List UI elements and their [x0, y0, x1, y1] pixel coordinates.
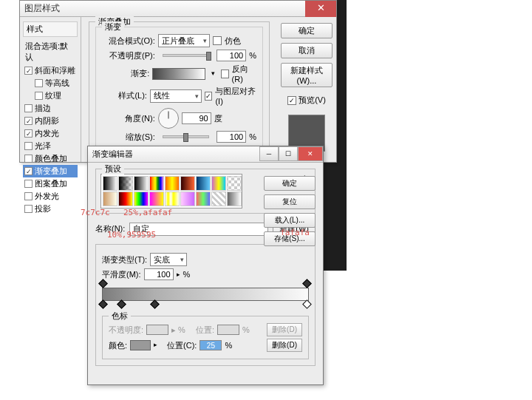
align-label: 与图层对齐(I) — [215, 86, 256, 106]
close-button[interactable]: ✕ — [298, 146, 323, 161]
smooth-value[interactable]: 100 — [144, 268, 174, 280]
ge-reset-button[interactable]: 复位 — [264, 194, 316, 209]
cancel-button[interactable]: 取消 — [281, 43, 332, 58]
dlg1-close-button[interactable]: ✕ — [305, 1, 336, 17]
smooth-label: 平滑度(M): — [102, 269, 141, 280]
stop-pos1-value — [217, 325, 239, 335]
stops-controls: 色标 不透明度: ▸ % 位置: % 删除(D) 颜色: 位置(C): 25% … — [102, 316, 309, 359]
preset-swatch[interactable] — [227, 176, 242, 191]
reverse-checkbox[interactable] — [221, 70, 229, 78]
blend-mode-label: 混合模式(O): — [102, 35, 155, 47]
reverse-label: 反向(R) — [232, 64, 256, 84]
style-select[interactable]: 线性 — [150, 89, 202, 103]
preset-swatch[interactable] — [211, 176, 226, 191]
effects-list: 样式 混合选项:默认 ✓斜面和浮雕 等高线 纹理 描边 ✓内阴影 ✓内发光 光泽… — [20, 17, 81, 162]
opacity-stop-left[interactable] — [100, 280, 107, 289]
new-style-button[interactable]: 新建样式(W)... — [281, 63, 332, 87]
effect-patternoverlay[interactable]: 图案叠加 — [23, 177, 78, 190]
color-stop-25[interactable] — [151, 301, 159, 310]
styles-header[interactable]: 样式 — [23, 21, 78, 37]
gtype-select[interactable]: 实底 — [150, 253, 187, 266]
preset-swatch[interactable] — [103, 176, 117, 191]
effect-texture[interactable]: 纹理 — [23, 89, 78, 102]
ge-ok-button[interactable]: 确定 — [264, 176, 316, 191]
color-stop-100[interactable] — [304, 301, 311, 310]
effect-gradientoverlay[interactable]: ✓渐变叠加 — [23, 165, 78, 177]
opacity-label: 不透明度(P): — [102, 50, 155, 61]
stop-color-label: 颜色: — [109, 340, 127, 351]
color-stop-0[interactable] — [100, 301, 107, 310]
preset-swatch[interactable] — [165, 191, 180, 206]
preset-swatch[interactable] — [134, 191, 149, 206]
preset-swatch[interactable] — [118, 191, 133, 206]
effect-coloroverlay[interactable]: 颜色叠加 — [23, 152, 78, 165]
stops-label: 色标 — [109, 311, 131, 322]
minimize-button[interactable]: ─ — [259, 146, 279, 161]
preset-swatch[interactable] — [227, 191, 242, 206]
annot-fa: fafafa — [280, 228, 310, 237]
blend-mode-select[interactable]: 正片叠底 — [158, 34, 210, 47]
scale-slider[interactable] — [163, 135, 210, 138]
annot-25: 25%,afafaf — [123, 208, 172, 217]
stop-pos2-value[interactable]: 25 — [200, 340, 222, 350]
degree-label: 度 — [214, 113, 222, 124]
stop-opacity-value — [146, 325, 168, 335]
angle-value[interactable]: 90 — [182, 112, 211, 124]
dlg2-titlebar[interactable]: 渐变编辑器 ─ ☐ ✕ — [88, 146, 323, 163]
dlg1-titlebar[interactable]: 图层样式 ✕ — [20, 1, 336, 17]
effect-outerglow[interactable]: 外发光 — [23, 190, 78, 203]
dither-checkbox[interactable] — [213, 36, 222, 45]
effect-satin[interactable]: 光泽 — [23, 140, 78, 152]
gradient-preview[interactable] — [152, 68, 205, 80]
preset-grid — [100, 174, 242, 209]
preset-swatch[interactable] — [149, 176, 164, 191]
dlg2-title-text: 渐变编辑器 — [92, 149, 133, 160]
ok-button[interactable]: 确定 — [281, 23, 332, 38]
effect-contour[interactable]: 等高线 — [23, 77, 78, 89]
preset-swatch[interactable] — [180, 191, 195, 206]
dlg1-title-text: 图层样式 — [24, 2, 60, 15]
preset-swatch[interactable] — [118, 176, 133, 191]
presets-label: 预设 — [102, 163, 124, 174]
dither-label: 仿色 — [225, 35, 241, 47]
stop-pos2-label: 位置(C): — [167, 340, 197, 351]
opacity-slider[interactable] — [163, 54, 210, 57]
preset-swatch[interactable] — [211, 191, 226, 206]
preset-swatch[interactable] — [196, 176, 211, 191]
annot-7c: 7c7c7c — [81, 208, 110, 217]
preset-swatch[interactable] — [103, 191, 117, 206]
layer-style-dialog: 图层样式 ✕ 样式 混合选项:默认 ✓斜面和浮雕 等高线 纹理 描边 ✓内阴影 … — [19, 0, 337, 163]
angle-label: 角度(N): — [102, 113, 155, 124]
scale-label: 缩放(S): — [102, 132, 155, 143]
stop-pos1-label: 位置: — [196, 325, 214, 336]
scale-value[interactable]: 100 — [216, 131, 246, 143]
blend-defaults[interactable]: 混合选项:默认 — [23, 39, 78, 64]
opacity-value[interactable]: 100 — [216, 50, 246, 61]
stop-color-swatch[interactable] — [130, 340, 151, 350]
gtype-label: 渐变类型(T): — [102, 254, 147, 265]
preset-swatch[interactable] — [180, 176, 195, 191]
preset-swatch[interactable] — [165, 176, 180, 191]
effect-innershadow[interactable]: ✓内阴影 — [23, 115, 78, 127]
ge-load-button[interactable]: 载入(L)... — [264, 213, 316, 228]
align-checkbox[interactable]: ✓ — [205, 92, 213, 101]
preset-swatch[interactable] — [149, 191, 164, 206]
gradient-settings: 渐变类型(T): 实底 平滑度(M): 100 ▸ % 7c7c7c 25%,a… — [95, 244, 316, 366]
preset-swatch[interactable] — [134, 176, 149, 191]
angle-dial[interactable] — [158, 108, 179, 129]
annot-10: 10%,959595 — [107, 230, 156, 240]
gradient-bar[interactable] — [102, 288, 309, 301]
effect-dropshadow[interactable]: 投影 — [23, 203, 78, 215]
preset-swatch[interactable] — [196, 191, 211, 206]
effect-innerglow[interactable]: ✓内发光 — [23, 127, 78, 140]
delete-color-stop[interactable]: 删除(D) — [267, 339, 302, 352]
effect-stroke[interactable]: 描边 — [23, 102, 78, 115]
color-stop-10[interactable] — [118, 301, 126, 310]
preview-checkbox[interactable]: ✓ — [287, 96, 296, 105]
effect-bevel[interactable]: ✓斜面和浮雕 — [23, 64, 78, 77]
preview-label: 预览(V) — [299, 95, 326, 106]
maximize-button[interactable]: ☐ — [279, 146, 298, 161]
delete-opacity-stop[interactable]: 删除(D) — [267, 323, 302, 336]
gradient-label: 渐变: — [102, 68, 150, 79]
opacity-stop-right[interactable] — [304, 280, 311, 289]
